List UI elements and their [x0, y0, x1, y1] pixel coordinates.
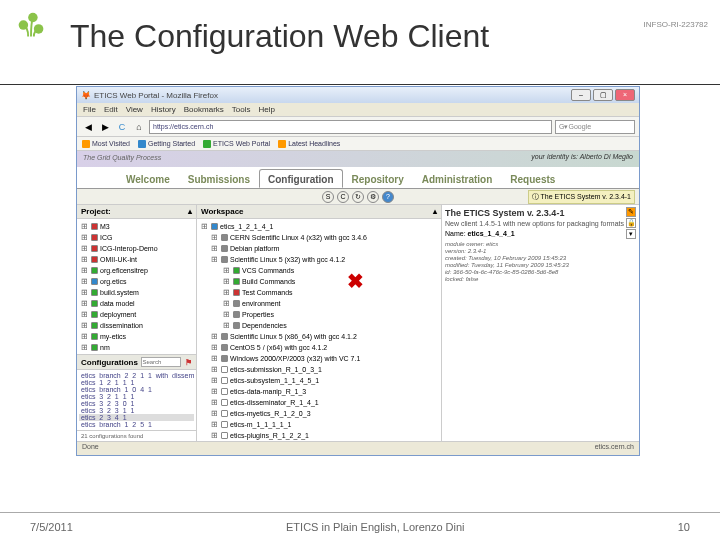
tab-administration[interactable]: Administration [413, 169, 502, 188]
config-item[interactable]: etics_3_2_3_1_1 [79, 407, 194, 414]
project-tree[interactable]: ⊞M3⊞ICG⊞ICG-Interop-Demo⊞OMII-UK-int⊞org… [77, 219, 196, 354]
slide-footer-text: ETICS in Plain English, Lorenzo Dini [286, 521, 465, 533]
close-button[interactable]: × [615, 89, 635, 101]
reload-icon[interactable]: C [115, 120, 129, 134]
workspace-item[interactable]: ⊞etics-submission_R_1_0_3_1 [199, 364, 439, 375]
project-item[interactable]: ⊞ICG [79, 232, 194, 243]
workspace-item[interactable]: ⊞etics_1_2_1_4_1 [199, 221, 439, 232]
workspace-item[interactable]: ⊞Debian platform [199, 243, 439, 254]
config-item[interactable]: etics_3_2_3_0_1 [79, 400, 194, 407]
back-icon[interactable]: ◀ [81, 120, 95, 134]
panel-collapse-icon[interactable]: ▴ [188, 207, 192, 216]
config-header: Configurations ⚑ [77, 355, 196, 370]
config-filter-icon[interactable]: ⚑ [185, 358, 192, 367]
secondary-toolbar: S C ↻ ⚙ ? ⓘ The ETICS System v. 2.3.4-1 [77, 189, 639, 205]
config-item[interactable]: etics_branch_1_2_5_1 [79, 421, 194, 428]
bookmark-most-visited[interactable]: Most Visited [82, 140, 130, 148]
bookmark-getting-started[interactable]: Getting Started [138, 140, 195, 148]
tab-welcome[interactable]: Welcome [117, 169, 179, 188]
config-item[interactable]: etics_2_3_4_1 [79, 414, 194, 421]
bookmark-etics-portal[interactable]: ETICS Web Portal [203, 140, 270, 148]
workspace-item[interactable]: ⊞Windows 2000/XP/2003 (x32) with VC 7.1 [199, 353, 439, 364]
workspace-item[interactable]: ⊞etics-subsystem_1_1_4_5_1 [199, 375, 439, 386]
config-count: 21 configurations found [77, 430, 196, 441]
project-item[interactable]: ⊞dissemination [79, 320, 194, 331]
project-item[interactable]: ⊞build.system [79, 287, 194, 298]
project-item[interactable]: ⊞OMII-UK-int [79, 254, 194, 265]
workspace-item[interactable]: ⊞Scientific Linux 5 (x32) with gcc 4.1.2 [199, 254, 439, 265]
maximize-button[interactable]: ▢ [593, 89, 613, 101]
tab-requests[interactable]: Requests [501, 169, 564, 188]
workspace-item[interactable]: ⊞Dependencies [199, 320, 439, 331]
config-search-input[interactable] [141, 357, 181, 367]
workspace-item[interactable]: ⊞etics-plugins_R_1_2_2_1 [199, 430, 439, 441]
config-item[interactable]: etics_branch_2_2_1_1_with_disseminator [79, 372, 194, 379]
home-icon[interactable]: ⌂ [132, 120, 146, 134]
window-controls: – ▢ × [571, 89, 635, 101]
workspace-item[interactable]: ⊞CentOS 5 / (x64) with gcc 4.1.2 [199, 342, 439, 353]
bookmarks-bar: Most Visited Getting Started ETICS Web P… [77, 137, 639, 151]
tab-configuration[interactable]: Configuration [259, 169, 343, 188]
tool-help-icon[interactable]: ? [382, 191, 394, 203]
workspace-item[interactable]: ⊞etics-disseminator_R_1_4_1 [199, 397, 439, 408]
fold-icon[interactable]: ▾ [626, 229, 636, 239]
detail-meta-row: module owner: etics [445, 241, 636, 247]
detail-meta-row: id: 366-50-fa-6c-476c-9c-85-0286-5d6-8e8 [445, 269, 636, 275]
minimize-button[interactable]: – [571, 89, 591, 101]
menu-history[interactable]: History [151, 105, 176, 114]
tool-refresh-icon[interactable]: ↻ [352, 191, 364, 203]
menu-help[interactable]: Help [258, 105, 274, 114]
tab-repository[interactable]: Repository [343, 169, 413, 188]
workspace-tree[interactable]: ✖ ⊞etics_1_2_1_4_1⊞CERN Scientific Linux… [197, 219, 441, 441]
workspace-item[interactable]: ⊞Scientific Linux 5 (x86_64) with gcc 4.… [199, 331, 439, 342]
window-titlebar: 🦊ETICS Web Portal - Mozilla Firefox – ▢ … [77, 87, 639, 103]
left-panel: Project:▴ ⊞M3⊞ICG⊞ICG-Interop-Demo⊞OMII-… [77, 205, 197, 441]
search-input[interactable]: G▾ Google [555, 120, 635, 134]
menu-edit[interactable]: Edit [104, 105, 118, 114]
project-item[interactable]: ⊞M3 [79, 221, 194, 232]
tool-s-icon[interactable]: S [322, 191, 334, 203]
tab-submissions[interactable]: Submissions [179, 169, 259, 188]
workspace-item[interactable]: ⊞etics-m_1_1_1_1_1 [199, 419, 439, 430]
detail-meta-row: created: Tuesday, 10 February 2009 15:45… [445, 255, 636, 261]
workspace-item[interactable]: ⊞environment [199, 298, 439, 309]
project-item[interactable]: ⊞deployment [79, 309, 194, 320]
slide-ref-code: INFSO-RI-223782 [644, 20, 708, 29]
workspace-item[interactable]: ⊞CERN Scientific Linux 4 (x32) with gcc … [199, 232, 439, 243]
detail-meta: module owner: eticsversion: 2.3.4-1creat… [445, 241, 636, 282]
config-item[interactable]: etics_1_2_1_1_1 [79, 379, 194, 386]
workspace-item[interactable]: ⊞VCS Commands [199, 265, 439, 276]
tool-c-icon[interactable]: C [337, 191, 349, 203]
config-item[interactable]: etics_3_2_1_1_1 [79, 393, 194, 400]
project-item[interactable]: ⊞ICG-Interop-Demo [79, 243, 194, 254]
menu-bookmarks[interactable]: Bookmarks [184, 105, 224, 114]
workspace-item[interactable]: ⊞etics-myetics_R_1_2_0_3 [199, 408, 439, 419]
workspace-item[interactable]: ⊞etics-data-manip_R_1_3 [199, 386, 439, 397]
workspace-item[interactable]: ⊞Build Commands [199, 276, 439, 287]
menu-file[interactable]: File [83, 105, 96, 114]
edit-icon[interactable]: ✎ [626, 207, 636, 217]
menu-view[interactable]: View [126, 105, 143, 114]
browser-window: 🦊ETICS Web Portal - Mozilla Firefox – ▢ … [76, 86, 640, 456]
workspace-item[interactable]: ⊞Properties [199, 309, 439, 320]
url-input[interactable]: https://etics.cern.ch [149, 120, 552, 134]
menu-tools[interactable]: Tools [232, 105, 251, 114]
app-tabs: WelcomeSubmissionsConfigurationRepositor… [77, 167, 639, 189]
config-list[interactable]: etics_branch_2_2_1_1_with_disseminatoret… [77, 370, 196, 430]
bookmark-headlines[interactable]: Latest Headlines [278, 140, 340, 148]
tool-gear-icon[interactable]: ⚙ [367, 191, 379, 203]
workspace-item[interactable]: ⊞Test Commands [199, 287, 439, 298]
project-item[interactable]: ⊞org.etics [79, 276, 194, 287]
project-item[interactable]: ⊞nm [79, 342, 194, 353]
lock-icon[interactable]: 🔒 [626, 218, 636, 228]
logo [12, 8, 50, 46]
config-item[interactable]: etics_branch_1_0_4_1 [79, 386, 194, 393]
project-item[interactable]: ⊞data model [79, 298, 194, 309]
detail-meta-row: locked: false [445, 276, 636, 282]
forward-icon[interactable]: ▶ [98, 120, 112, 134]
slide-page-number: 10 [678, 521, 690, 533]
panel-collapse-icon[interactable]: ▴ [433, 207, 437, 216]
status-right: etics.cern.ch [595, 443, 634, 454]
project-item[interactable]: ⊞my-etics [79, 331, 194, 342]
project-item[interactable]: ⊞org.eflcensitrep [79, 265, 194, 276]
